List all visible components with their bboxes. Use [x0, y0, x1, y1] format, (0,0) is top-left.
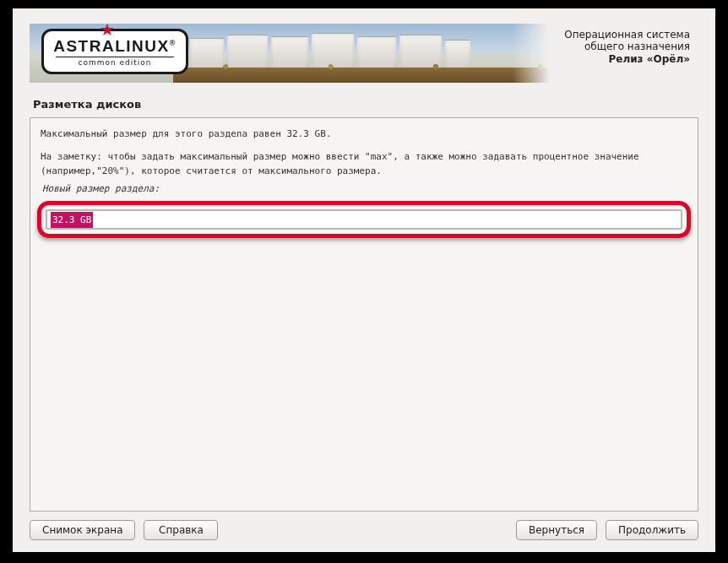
field-label: Новый размер раздела: [42, 181, 687, 196]
back-button[interactable]: Вернуться [516, 520, 597, 540]
logo-sub: common edition [56, 57, 174, 67]
left-buttons: Снимок экрана Справка [30, 520, 218, 540]
help-button[interactable]: Справка [144, 520, 218, 540]
continue-button[interactable]: Продолжить [606, 520, 698, 540]
logo-main: ASTRALINUX® [53, 37, 177, 56]
button-row: Снимок экрана Справка Вернуться Продолжи… [13, 512, 715, 552]
input-highlight: 32.3 GB [37, 201, 691, 238]
max-size-message: Максимальный размер для этого раздела ра… [41, 127, 687, 141]
partition-size-input-row[interactable]: 32.3 GB [46, 209, 682, 230]
star-icon: ★ [100, 24, 115, 40]
logo: ★ ASTRALINUX® common edition [41, 29, 188, 74]
screenshot-button[interactable]: Снимок экрана [30, 520, 135, 540]
banner-line3: Релиз «Орёл» [513, 53, 690, 65]
logo-reg: ® [170, 38, 177, 46]
partition-size-input[interactable]: 32.3 GB [51, 212, 93, 228]
note-message: На заметку: чтобы задать максимальный ра… [41, 149, 687, 178]
banner-line2: общего назначения [513, 41, 690, 52]
banner-right: Операционная система общего назначения Р… [513, 24, 698, 83]
banner-line1: Операционная система [513, 29, 690, 41]
installer-window: ★ ASTRALINUX® common edition Операционна… [13, 8, 715, 552]
content-box: Максимальный размер для этого раздела ра… [30, 117, 698, 512]
section-title: Разметка дисков [33, 98, 698, 111]
right-buttons: Вернуться Продолжить [516, 520, 698, 540]
banner: ★ ASTRALINUX® common edition Операционна… [30, 24, 698, 83]
